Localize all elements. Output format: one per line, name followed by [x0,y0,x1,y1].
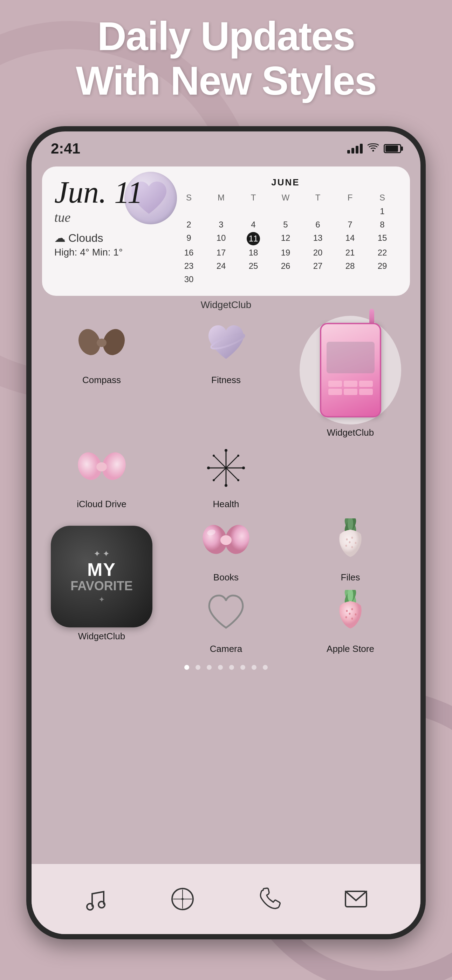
page-dot-8 [263,665,268,670]
status-icons [347,143,401,155]
camera-label: Camera [210,644,242,654]
dock-phone[interactable] [252,881,287,916]
page-dots [32,665,420,670]
page-dot-1 [184,665,189,670]
svg-point-4 [372,150,374,151]
mail-icon [344,889,368,910]
compass-label: Compass [82,375,121,385]
files-icon [333,519,368,564]
svg-point-32 [352,537,353,539]
fitness-icon [203,321,249,367]
phone-frame: 2:41 [26,126,426,939]
app-widgetclub-fav[interactable]: ✦ ✦ MY FAVORITE ✦ WidgetClub [40,513,163,654]
app-books[interactable]: Books [165,513,287,583]
svg-point-20 [213,455,215,457]
svg-point-34 [345,545,347,547]
svg-point-19 [242,466,245,469]
calendar-today: 11 [247,232,260,245]
svg-point-35 [352,546,353,548]
calendar-widget: Jun. 11 tue ☁ Clouds High: 4° Min: 1° JU… [42,167,410,296]
app-fitness[interactable]: Fitness [165,316,287,385]
camera-icon [205,593,247,633]
svg-point-21 [237,479,239,481]
dock-mail[interactable] [339,881,374,916]
svg-point-44 [352,617,353,620]
app-apple-store[interactable]: Apple Store [289,585,412,654]
page-dot-2 [196,665,201,670]
status-time: 2:41 [51,140,80,157]
svg-point-31 [346,538,348,541]
app-icloud-drive[interactable]: iCloud Drive [40,440,163,510]
phone-screen: 2:41 [32,131,420,934]
widget-date-section: Jun. 11 tue ☁ Clouds High: 4° Min: 1° [54,177,166,285]
fitness-label: Fitness [211,375,241,385]
apple-store-icon [333,590,368,635]
widget-date: Jun. 11 [54,177,166,208]
calendar-grid: JUNE S M T W T F S 1 [173,177,398,285]
books-icon [202,522,250,560]
svg-point-45 [349,612,351,615]
svg-point-42 [355,613,357,616]
svg-point-23 [213,479,215,481]
header-title: Daily Updates With New Styles [18,14,434,103]
app-files[interactable]: Files [289,513,412,583]
page-dot-6 [240,665,245,670]
widget-weather: ☁ Clouds [54,231,166,245]
svg-point-40 [346,610,348,612]
app-compass[interactable]: Compass [40,316,163,385]
phone-icon [258,887,281,911]
signal-icon [347,144,363,154]
svg-point-43 [345,616,347,618]
compass-dock-icon [170,887,195,911]
app-widgetclub-phone[interactable]: WidgetClub [289,316,412,438]
svg-point-26 [220,535,232,545]
battery-icon [384,144,401,153]
apple-store-label: Apple Store [326,644,374,654]
widgetclub-phone-label: WidgetClub [327,427,374,438]
svg-point-47 [99,902,105,908]
svg-point-18 [207,466,210,469]
status-bar: 2:41 [32,131,420,159]
files-label: Files [341,572,360,583]
svg-point-11 [96,462,107,471]
health-icon [207,449,245,487]
health-label: Health [213,499,239,510]
compass-icon [77,328,126,360]
svg-point-17 [224,484,228,487]
widgetclub-fav-label: WidgetClub [78,631,125,642]
wifi-icon [368,143,379,155]
icloud-icon [76,450,127,485]
app-health[interactable]: Health [165,440,287,510]
svg-point-33 [355,542,357,544]
widget-temp: High: 4° Min: 1° [54,247,166,258]
books-label: Books [213,572,239,583]
page-dot-7 [251,665,256,670]
dock-compass[interactable] [165,881,200,916]
svg-point-22 [237,455,239,457]
dock [32,864,420,934]
svg-point-36 [349,541,351,543]
dock-music[interactable] [78,881,113,916]
calendar-month: JUNE [173,177,398,188]
widget-day: tue [54,210,166,225]
app-camera[interactable]: Camera [165,585,287,654]
svg-point-46 [87,904,93,910]
svg-point-41 [352,608,353,610]
svg-point-7 [97,339,107,347]
page-dot-5 [229,665,234,670]
music-icon [84,887,107,911]
page-dot-4 [218,665,223,670]
page-dot-3 [207,665,212,670]
icloud-drive-label: iCloud Drive [77,499,126,510]
widget-club-label: WidgetClub [32,299,420,310]
svg-point-16 [224,449,228,452]
